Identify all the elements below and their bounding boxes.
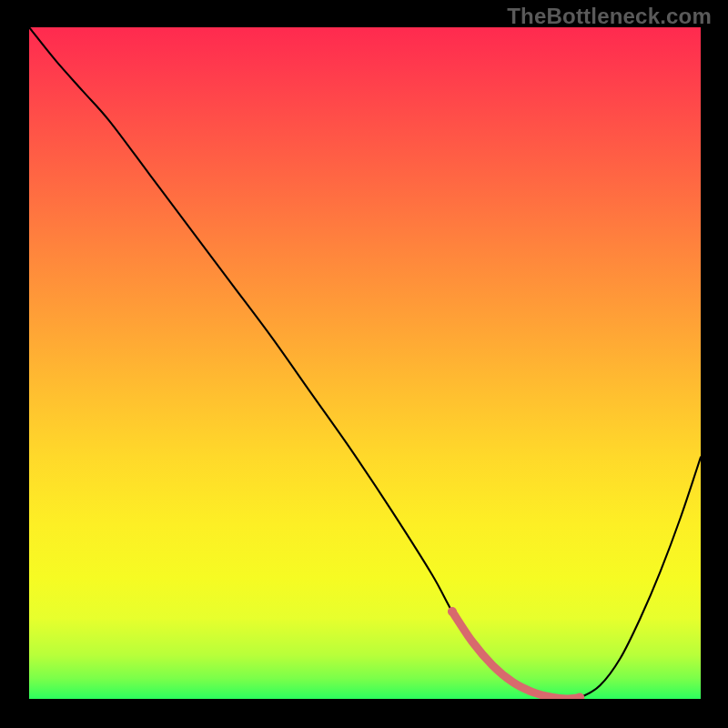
watermark-text: TheBottleneck.com (507, 4, 712, 29)
highlight-endpoint-left (448, 607, 457, 616)
gradient-plot-area (29, 27, 701, 699)
chart-container: TheBottleneck.com (0, 0, 728, 728)
bottleneck-curve (29, 27, 701, 699)
curve-svg (29, 27, 701, 699)
bottleneck-highlight-segment (452, 612, 580, 699)
